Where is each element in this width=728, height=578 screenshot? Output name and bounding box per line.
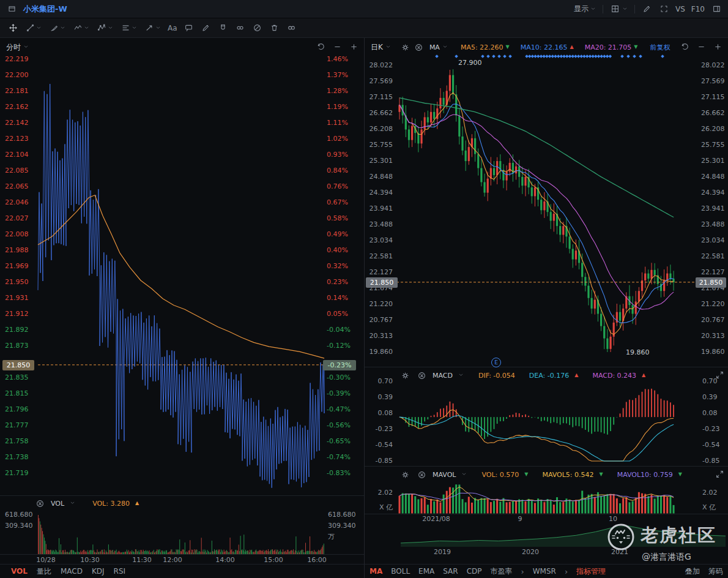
tab-VOL[interactable]: VOL — [11, 567, 28, 576]
indicator-settings-icon[interactable] — [399, 469, 410, 480]
draw-line-tool[interactable] — [198, 21, 214, 35]
tab-EMA[interactable]: EMA — [418, 567, 434, 576]
time-axis-label: 10:30 — [80, 556, 100, 564]
tab-叠加[interactable]: 叠加 — [685, 566, 700, 577]
vs-button[interactable]: VS — [675, 5, 685, 13]
layout-grid-menu[interactable] — [609, 4, 628, 15]
macd-axis-label: 0.39 — [366, 393, 393, 402]
tab-SAR[interactable]: SAR — [443, 567, 458, 576]
time-axis-label: 14:00 — [215, 556, 235, 564]
period-selector[interactable]: 分时 — [6, 40, 29, 54]
display-menu[interactable]: 显示 — [574, 4, 596, 14]
f10-button[interactable]: F10 — [691, 5, 705, 13]
crosshair-tool-icon — [7, 23, 18, 34]
tab-市盈率[interactable]: 市盈率 — [490, 566, 512, 577]
adjust-mode-button[interactable]: 前复权 — [650, 43, 670, 52]
current-percent-badge: -0.23% — [323, 360, 356, 370]
expand-macd-icon[interactable] — [714, 369, 725, 380]
chevron-down-icon — [84, 25, 90, 31]
more-indicators-chevron[interactable]: › — [565, 567, 568, 576]
close-indicator-icon[interactable] — [34, 498, 45, 509]
percent-axis-label: 0.14% — [327, 294, 357, 302]
percent-axis-label: -0.12% — [327, 342, 357, 350]
delete-drawings-tool[interactable] — [267, 21, 283, 35]
magnet-tool-icon — [218, 23, 229, 34]
elliott-wave-tool-icon — [72, 23, 83, 34]
brush-tool[interactable] — [46, 21, 69, 35]
percent-axis-label: -0.83% — [327, 469, 357, 478]
vol-indicator-label[interactable]: VOL — [51, 500, 64, 508]
price-axis-label: 22.127 — [366, 268, 393, 277]
price-axis-label: 20.767 — [366, 316, 393, 325]
price-axis-label: 19.860 — [366, 348, 393, 356]
macd-axis-label: 0.39 — [702, 393, 727, 402]
app-window-icon[interactable] — [6, 4, 17, 15]
price-axis-label: 23.488 — [701, 220, 727, 229]
text-tool[interactable]: Aa — [165, 23, 180, 34]
tab-BOLL[interactable]: BOLL — [391, 567, 410, 576]
tab-MACD[interactable]: MACD — [61, 567, 83, 576]
tab-MA[interactable]: MA — [370, 567, 382, 576]
indicator-settings-icon[interactable] — [399, 370, 410, 381]
hide-drawings-tool[interactable] — [250, 21, 266, 35]
fib-retracement-tool[interactable] — [117, 21, 140, 35]
elliott-wave-tool[interactable] — [70, 21, 92, 35]
percent-axis-label: 1.11% — [327, 119, 357, 127]
price-axis-label: 21.988 — [5, 246, 32, 255]
ma-indicator-label[interactable]: MA — [429, 43, 440, 51]
price-axis-label: 21.777 — [5, 421, 32, 430]
panel-layout-icon[interactable] — [711, 4, 722, 15]
k-period-selector[interactable]: 日K MA MA5: 22.260 ▼ MA10: 22.165 ▲ MA20:… — [371, 40, 670, 54]
price-axis-label: 19.860 — [701, 348, 727, 356]
low-annotation: 19.860 — [626, 348, 650, 356]
close-indicator-icon[interactable] — [416, 469, 427, 480]
zoom-in-icon[interactable] — [712, 41, 723, 52]
price-axis-label: 26.662 — [366, 109, 393, 118]
macd-axis-label: -0.85 — [366, 457, 393, 465]
restore-chart-icon[interactable] — [315, 41, 326, 52]
tab-指标管理[interactable]: 指标管理 — [576, 566, 606, 577]
time-axis-label: 10 — [609, 515, 617, 523]
price-axis-label: 21.969 — [5, 262, 32, 271]
more-indicators-chevron[interactable]: › — [521, 567, 524, 576]
trendline-tool[interactable] — [22, 21, 45, 35]
tab-量比[interactable]: 量比 — [37, 566, 51, 577]
callout-tool[interactable] — [181, 21, 197, 35]
zoom-out-icon[interactable] — [696, 41, 707, 52]
tab-筹码[interactable]: 筹码 — [708, 566, 723, 577]
arrow-tool[interactable] — [141, 21, 164, 35]
tab-RSI[interactable]: RSI — [114, 567, 126, 576]
percent-axis-label: -0.39% — [327, 389, 357, 398]
tab-KDJ[interactable]: KDJ — [92, 567, 105, 576]
price-axis-label: 20.313 — [701, 332, 727, 340]
tab-WMSR[interactable]: WMSR — [533, 567, 556, 576]
compare-tool[interactable] — [284, 21, 300, 35]
macd-indicator-label[interactable]: MACD — [433, 372, 453, 380]
edit-pencil-icon[interactable] — [641, 4, 652, 15]
indicator-settings-icon[interactable] — [400, 42, 411, 53]
close-indicator-icon[interactable] — [414, 42, 425, 53]
percent-axis-label: 1.28% — [327, 87, 357, 96]
event-marker-icon[interactable]: E — [491, 358, 501, 367]
percent-axis-label: -0.04% — [327, 326, 357, 334]
percent-axis-label: 0.05% — [327, 310, 357, 318]
expand-mavol-icon[interactable] — [714, 468, 725, 479]
price-axis-label: 22.200 — [5, 71, 32, 80]
tab-CDP[interactable]: CDP — [467, 567, 482, 576]
crosshair-tool[interactable] — [5, 21, 21, 35]
pattern-tool[interactable] — [94, 21, 116, 35]
link-drawing-tool[interactable] — [232, 21, 248, 35]
magnet-tool[interactable] — [215, 21, 231, 35]
percent-axis-label: 0.93% — [327, 151, 357, 159]
restore-chart-icon[interactable] — [679, 41, 690, 52]
candlestick-chart[interactable] — [365, 38, 728, 578]
fullscreen-icon[interactable] — [658, 4, 669, 15]
macd-axis-label: -0.54 — [366, 441, 393, 449]
zoom-out-icon[interactable] — [332, 41, 343, 52]
close-indicator-icon[interactable] — [416, 370, 427, 381]
mavol-indicator-label[interactable]: MAVOL — [433, 471, 456, 479]
stock-title[interactable]: 小米集团-W — [23, 4, 67, 15]
percent-axis-label: 0.67% — [327, 198, 357, 207]
zoom-in-icon[interactable] — [348, 41, 359, 52]
macd-axis-label: -0.54 — [702, 441, 727, 449]
